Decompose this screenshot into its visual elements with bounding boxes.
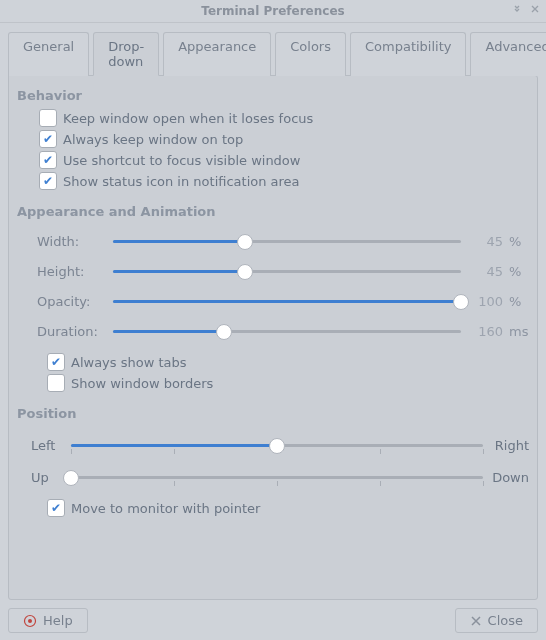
height-slider[interactable]: [113, 263, 461, 279]
width-slider[interactable]: [113, 233, 461, 249]
tab-page-drop-down: Behavior Keep window open when it loses …: [8, 75, 538, 600]
tab-bar: General Drop-down Appearance Colors Comp…: [8, 31, 538, 75]
height-label: Height:: [37, 264, 107, 279]
close-button-icon: [470, 615, 482, 627]
status-icon-label: Show status icon in notification area: [63, 174, 300, 189]
tab-colors[interactable]: Colors: [275, 32, 346, 76]
show-borders-label: Show window borders: [71, 376, 213, 391]
duration-slider[interactable]: [113, 323, 461, 339]
focus-shortcut-checkbox[interactable]: [39, 151, 57, 169]
help-button-label: Help: [43, 613, 73, 628]
preferences-window: Terminal Preferences General Drop-down A…: [0, 0, 546, 640]
pos-left-label: Left: [31, 438, 67, 453]
titlebar: Terminal Preferences: [0, 0, 546, 23]
help-button[interactable]: Help: [8, 608, 88, 633]
keep-on-top-label: Always keep window on top: [63, 132, 243, 147]
opacity-unit: %: [509, 294, 529, 309]
vertical-position-slider[interactable]: [71, 469, 483, 485]
tab-advanced[interactable]: Advanced: [470, 32, 546, 76]
duration-label: Duration:: [37, 324, 107, 339]
close-button-label: Close: [488, 613, 523, 628]
opacity-slider[interactable]: [113, 293, 461, 309]
appearance-heading: Appearance and Animation: [17, 204, 529, 219]
close-button[interactable]: Close: [455, 608, 538, 633]
status-icon-checkbox[interactable]: [39, 172, 57, 190]
pos-right-label: Right: [487, 438, 529, 453]
height-value: 45: [467, 264, 503, 279]
horizontal-position-slider[interactable]: [71, 437, 483, 453]
minimize-icon[interactable]: [510, 2, 524, 16]
close-icon[interactable]: [528, 2, 542, 16]
move-to-monitor-label: Move to monitor with pointer: [71, 501, 260, 516]
pos-up-label: Up: [31, 470, 67, 485]
opacity-label: Opacity:: [37, 294, 107, 309]
behavior-heading: Behavior: [17, 88, 529, 103]
duration-unit: ms: [509, 324, 529, 339]
width-value: 45: [467, 234, 503, 249]
show-borders-checkbox[interactable]: [47, 374, 65, 392]
duration-value: 160: [467, 324, 503, 339]
position-heading: Position: [17, 406, 529, 421]
window-title: Terminal Preferences: [201, 4, 344, 18]
width-label: Width:: [37, 234, 107, 249]
svg-point-1: [28, 619, 32, 623]
always-show-tabs-checkbox[interactable]: [47, 353, 65, 371]
height-unit: %: [509, 264, 529, 279]
tab-drop-down[interactable]: Drop-down: [93, 32, 159, 76]
width-unit: %: [509, 234, 529, 249]
tab-general[interactable]: General: [8, 32, 89, 76]
keep-on-top-checkbox[interactable]: [39, 130, 57, 148]
opacity-value: 100: [467, 294, 503, 309]
pos-down-label: Down: [487, 470, 529, 485]
focus-shortcut-label: Use shortcut to focus visible window: [63, 153, 300, 168]
tab-appearance[interactable]: Appearance: [163, 32, 271, 76]
tab-compatibility[interactable]: Compatibility: [350, 32, 467, 76]
always-show-tabs-label: Always show tabs: [71, 355, 187, 370]
move-to-monitor-checkbox[interactable]: [47, 499, 65, 517]
help-icon: [23, 614, 37, 628]
keep-open-checkbox[interactable]: [39, 109, 57, 127]
keep-open-label: Keep window open when it loses focus: [63, 111, 313, 126]
